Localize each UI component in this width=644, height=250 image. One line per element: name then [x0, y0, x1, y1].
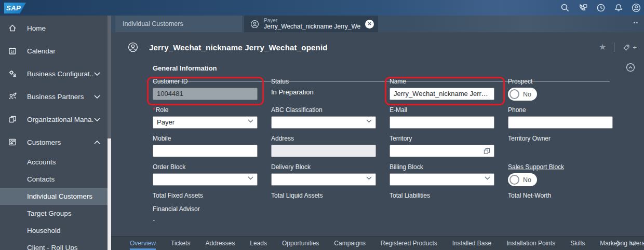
field-status: Status In Preparation	[271, 78, 376, 106]
address-input[interactable]	[271, 145, 376, 157]
tab-installed-base[interactable]: Installed Base	[452, 237, 491, 250]
sidebar-item-target-groups[interactable]: Target Groups	[0, 205, 108, 222]
sidebar-subitem-label: Contacts	[27, 175, 55, 183]
call-chat-icon[interactable]	[578, 3, 588, 12]
field-role: *Role Payer	[153, 106, 258, 135]
chevron-down-icon	[366, 119, 372, 123]
customer-id-input[interactable]: 1004481	[153, 88, 258, 100]
billing-block-select[interactable]	[390, 173, 494, 186]
field-label: Status	[271, 78, 376, 85]
customers-icon	[8, 137, 17, 147]
scrollbar-thumb[interactable]	[108, 138, 111, 250]
required-marker: *	[153, 106, 155, 114]
sidebar-item-label: Organizational Mana...	[27, 116, 94, 123]
tab-payer-customer[interactable]: Payer Jerry_Wechat_nickname Jerry_We... …	[244, 16, 378, 32]
status-value: In Preparation	[271, 88, 376, 96]
tab-installation-points[interactable]: Installation Points	[506, 237, 555, 250]
divider	[614, 43, 614, 52]
field-label: Address	[271, 135, 376, 142]
toggle-knob	[509, 175, 519, 185]
value-help-icon[interactable]	[484, 148, 490, 155]
sidebar-item-contacts[interactable]: Contacts	[0, 171, 108, 188]
sidebar-subitem-label: Accounts	[27, 158, 56, 166]
home-icon	[8, 23, 17, 33]
tab-registered-products[interactable]: Registered Products	[381, 237, 437, 250]
tab-individual-customers[interactable]: Individual Customers	[115, 16, 243, 32]
sidebar-item-home[interactable]: Home	[0, 17, 108, 39]
phone-input[interactable]	[508, 116, 613, 129]
close-icon[interactable]: ✕	[365, 20, 374, 29]
user-avatar-icon[interactable]	[632, 3, 641, 12]
person-circle-icon	[250, 20, 259, 29]
chevron-down-icon	[94, 95, 100, 99]
tag-add-icon[interactable]: +	[622, 43, 637, 52]
sidebar-item-calendar[interactable]: 14 Calendar	[0, 39, 108, 62]
tab-object-type: Payer	[264, 18, 360, 23]
search-icon[interactable]	[560, 3, 570, 12]
field-label: E-Mail	[390, 106, 494, 114]
field-delivery-block: Delivery Block	[271, 163, 376, 192]
field-label: Financial Advisor	[153, 205, 258, 213]
sidebar-subitem-label: Target Groups	[27, 210, 72, 217]
territory-input[interactable]	[390, 145, 494, 157]
field-label: Prospect	[508, 78, 613, 85]
tab-leads[interactable]: Leads	[250, 237, 267, 250]
field-label[interactable]: Sales Support Block	[508, 163, 613, 171]
sidebar-item-business-configuration[interactable]: Business Configurat...	[0, 62, 108, 85]
field-total-liquid-assets: Total Liquid Assets	[271, 192, 376, 205]
field-email: E-Mail	[390, 106, 494, 135]
field-name: Name Jerry_Wechat_nickname Jerry_We...	[390, 78, 494, 106]
field-label: Territory	[390, 135, 494, 142]
tab-campaigns[interactable]: Campaigns	[334, 237, 366, 250]
tab-opportunities[interactable]: Opportunities	[282, 237, 319, 250]
sidebar-item-customers[interactable]: Customers	[0, 131, 108, 154]
bell-icon[interactable]	[614, 3, 623, 12]
chevron-right-icon[interactable]	[616, 240, 621, 247]
sidebar-item-accounts[interactable]: Accounts	[0, 154, 108, 171]
order-block-select[interactable]	[153, 173, 258, 186]
collapse-header-icon[interactable]	[626, 63, 635, 72]
mobile-input[interactable]	[153, 145, 258, 157]
sidebar-item-label: Customers	[27, 138, 94, 146]
toggle-knob	[509, 89, 519, 99]
tab-tickets[interactable]: Tickets	[171, 237, 191, 250]
field-label: Total Fixed Assets	[153, 192, 258, 199]
tab-overview[interactable]: Overview	[130, 237, 156, 250]
sidebar-subitem-label: Household	[27, 227, 61, 234]
financial-advisor-value: -	[153, 215, 258, 224]
tab-addresses[interactable]: Addresses	[206, 237, 235, 250]
sidebar-item-individual-customers[interactable]: Individual Customers	[0, 188, 108, 205]
sidebar-item-household[interactable]: Household	[0, 222, 108, 239]
delivery-block-select[interactable]	[271, 173, 376, 186]
email-input[interactable]	[390, 116, 494, 129]
sidebar-subitem-label: Individual Customers	[27, 192, 92, 200]
field-label: ABC Classification	[271, 106, 376, 114]
chevron-down-icon[interactable]	[630, 242, 637, 246]
role-select[interactable]: Payer	[153, 116, 258, 129]
sidebar-item-organizational-management[interactable]: Organizational Mana...	[0, 108, 108, 131]
header-actions: ★ +	[599, 43, 637, 52]
sap-application-window: SAP	[0, 0, 644, 250]
abc-classification-select[interactable]	[271, 116, 376, 129]
sap-logo[interactable]: SAP	[4, 3, 26, 13]
sidebar-item-client-roll-ups[interactable]: Client - Roll Ups	[0, 239, 108, 250]
tab-overflow-icon[interactable]: ••	[634, 20, 639, 25]
field-label: Total Liquid Assets	[271, 192, 376, 199]
field-territory-owner: Territory Owner	[508, 135, 613, 163]
main-area: Individual Customers Payer Jerry_Wechat_…	[111, 16, 644, 250]
sidebar-subitem-label: Client - Roll Ups	[27, 244, 78, 250]
tab-skills[interactable]: Skills	[570, 237, 585, 250]
clock-icon[interactable]	[596, 3, 606, 12]
sales-support-block-toggle[interactable]: No	[508, 173, 537, 186]
sidebar-scrollbar[interactable]	[108, 16, 111, 250]
people-icon	[8, 92, 17, 101]
chevron-down-icon	[94, 118, 100, 121]
field-total-net-worth: Total Net-Worth	[508, 192, 613, 205]
navigation-sidebar: Home 14 Calendar Business Configurat...	[0, 16, 108, 250]
sidebar-item-business-partners[interactable]: Business Partners	[0, 85, 108, 108]
favorite-star-icon[interactable]: ★	[599, 43, 606, 51]
field-label: Delivery Block	[271, 163, 376, 171]
name-input[interactable]: Jerry_Wechat_nickname Jerry_We...	[390, 88, 494, 100]
field-label: Order Block	[153, 163, 258, 171]
prospect-toggle[interactable]: No	[508, 88, 537, 101]
